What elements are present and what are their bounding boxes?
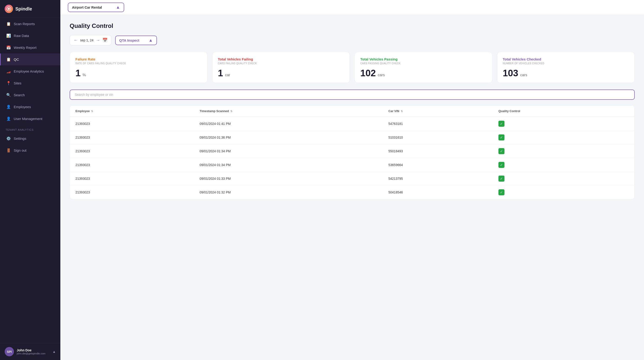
table-container: Employee⇅Timestamp Scanned⇅Car VIN⇅Quali… — [70, 105, 635, 199]
cell-employee-1: 21393023 — [70, 131, 194, 144]
search-input[interactable] — [70, 90, 635, 100]
cell-employee-2: 21393023 — [70, 144, 194, 158]
stat-card-total-failing: Total Vehicles Failing CARS FAILING QUAL… — [212, 52, 350, 83]
date-next-button[interactable]: → — [96, 38, 100, 43]
page-title: Quality Control — [70, 22, 635, 30]
table-row: 21393023 09/01/2024 01:33 PM 54213795 ✓ — [70, 172, 634, 186]
stat-sublabel-total-failing: CARS FAILING QUALITY CHECK — [218, 62, 344, 65]
table-head: Employee⇅Timestamp Scanned⇅Car VIN⇅Quali… — [70, 106, 634, 117]
sidebar-item-raw-data[interactable]: 📊 Raw Data — [0, 30, 60, 42]
filter-selector[interactable]: QTA Inspect ▲ — [115, 36, 157, 45]
cell-vin-4: 54213795 — [383, 172, 493, 186]
sidebar-item-weekly-report[interactable]: 📅 Weekly Report — [0, 42, 60, 54]
sidebar-item-sign-out[interactable]: 🚪 Sign out — [0, 144, 60, 156]
cell-qc-0: ✓ — [493, 117, 634, 131]
cell-qc-3: ✓ — [493, 158, 634, 172]
stat-card-total-passing: Total Vehicles Passing CARS PASSING QUAL… — [354, 52, 492, 83]
bottom-nav: ⚙️ Settings 🚪 Sign out — [0, 132, 60, 156]
qc-check-1: ✓ — [498, 134, 504, 140]
topbar: Airport Car Rental ▲ — [60, 0, 644, 15]
app-name: Spindle — [15, 6, 32, 12]
table-row: 21393023 09/01/2024 01:34 PM 55018493 ✓ — [70, 144, 634, 158]
col-header-car-vin[interactable]: Car VIN⇅ — [383, 106, 493, 117]
col-header-timestamp[interactable]: Timestamp Scanned⇅ — [194, 106, 383, 117]
filter-chevron-icon: ▲ — [148, 38, 153, 43]
sidebar: Spindle 📋 Scan Reports 📊 Raw Data 📅 Week… — [0, 0, 60, 360]
qc-check-3: ✓ — [498, 162, 504, 168]
stat-label-total-failing: Total Vehicles Failing — [218, 57, 344, 61]
cell-timestamp-2: 09/01/2024 01:34 PM — [194, 144, 383, 158]
qc-check-4: ✓ — [498, 175, 504, 182]
sidebar-label-employee-analytics: Employee Analytics — [14, 69, 44, 73]
date-prev-button[interactable]: ← — [74, 38, 78, 43]
cell-vin-1: 51031610 — [383, 131, 493, 144]
location-selector[interactable]: Airport Car Rental ▲ — [68, 3, 124, 12]
sort-icon-car-vin: ⇅ — [401, 110, 403, 113]
qc-check-0: ✓ — [498, 121, 504, 127]
col-header-employee[interactable]: Employee⇅ — [70, 106, 194, 117]
sidebar-item-search[interactable]: 🔍 Search — [0, 89, 60, 101]
user-email: john.die@getspindle.com — [17, 352, 50, 355]
table-row: 21393023 09/01/2024 01:34 PM 53659664 ✓ — [70, 158, 634, 172]
sidebar-label-user-management: User Management — [14, 117, 42, 121]
stat-value-total-passing: 102 cars — [360, 68, 486, 78]
cell-qc-4: ✓ — [493, 172, 634, 186]
cell-qc-2: ✓ — [493, 144, 634, 158]
user-info: John Doe john.die@getspindle.com — [17, 348, 50, 355]
cell-vin-2: 55018493 — [383, 144, 493, 158]
sort-icon-timestamp: ⇅ — [230, 110, 232, 113]
qc-check-2: ✓ — [498, 148, 504, 154]
table-row: 21393023 09/01/2024 01:32 PM 50418546 ✓ — [70, 186, 634, 199]
table-body: 21393023 09/01/2024 01:41 PM 54763181 ✓ … — [70, 117, 634, 199]
col-header-quality-control: Quality Control — [493, 106, 634, 117]
profile-chevron-icon: ▲ — [52, 350, 56, 353]
location-chevron-icon: ▲ — [116, 5, 120, 10]
sidebar-label-sites: Sites — [14, 81, 21, 85]
logo-icon — [5, 5, 13, 13]
stat-value-total-checked: 103 cars — [503, 68, 629, 78]
sign-out-icon: 🚪 — [6, 148, 11, 152]
filter-bar: ← sep 1, 24 → 📅 QTA Inspect ▲ — [70, 35, 635, 45]
sidebar-label-weekly-report: Weekly Report — [14, 46, 36, 50]
sidebar-item-settings[interactable]: ⚙️ Settings — [0, 132, 60, 144]
logo-area[interactable]: Spindle — [0, 0, 60, 18]
search-icon: 🔍 — [6, 93, 11, 97]
cell-employee-5: 21393023 — [70, 186, 194, 199]
content-area: Quality Control ← sep 1, 24 → 📅 QTA Insp… — [60, 15, 644, 360]
cell-qc-5: ✓ — [493, 186, 634, 199]
scan-reports-icon: 📋 — [6, 22, 11, 26]
table-row: 21393023 09/01/2024 01:41 PM 54763181 ✓ — [70, 117, 634, 131]
cell-employee-4: 21393023 — [70, 172, 194, 186]
cell-timestamp-0: 09/01/2024 01:41 PM — [194, 117, 383, 131]
user-name: John Doe — [17, 348, 50, 352]
sidebar-label-qc: QC — [14, 57, 19, 61]
cell-employee-3: 21393023 — [70, 158, 194, 172]
sidebar-item-employees[interactable]: 👤 Employees — [0, 101, 60, 113]
date-navigator[interactable]: ← sep 1, 24 → 📅 — [70, 35, 112, 45]
sidebar-item-qc[interactable]: 📋 QC — [0, 54, 60, 65]
table-row: 21393023 09/01/2024 01:36 PM 51031610 ✓ — [70, 131, 634, 144]
calendar-icon[interactable]: 📅 — [102, 38, 108, 43]
user-profile[interactable]: SPI John Doe john.die@getspindle.com ▲ — [0, 343, 60, 360]
sidebar-item-sites[interactable]: 📍 Sites — [0, 77, 60, 89]
stat-sublabel-total-checked: NUMBER OF VEHICLES CHECKED — [503, 62, 629, 65]
sidebar-label-raw-data: Raw Data — [14, 34, 29, 38]
main-content: Airport Car Rental ▲ Quality Control ← s… — [60, 0, 644, 360]
sidebar-label-search: Search — [14, 93, 25, 97]
sidebar-item-employee-analytics[interactable]: 🏎️ Employee Analytics — [0, 65, 60, 77]
settings-icon: ⚙️ — [6, 136, 11, 141]
sidebar-bottom: SPI John Doe john.die@getspindle.com ▲ — [0, 343, 60, 360]
location-text: Airport Car Rental — [72, 5, 102, 9]
cell-timestamp-3: 09/01/2024 01:34 PM — [194, 158, 383, 172]
sidebar-label-settings: Settings — [14, 136, 26, 140]
sort-icon-employee: ⇅ — [91, 110, 93, 113]
qc-icon: 📋 — [6, 57, 11, 62]
stat-label-total-passing: Total Vehicles Passing — [360, 57, 486, 61]
sites-icon: 📍 — [6, 81, 11, 85]
cell-vin-5: 50418546 — [383, 186, 493, 199]
sidebar-item-scan-reports[interactable]: 📋 Scan Reports — [0, 18, 60, 30]
cell-vin-0: 54763181 — [383, 117, 493, 131]
cell-employee-0: 21393023 — [70, 117, 194, 131]
cell-vin-3: 53659664 — [383, 158, 493, 172]
sidebar-item-user-management[interactable]: 👤 User Management — [0, 113, 60, 125]
